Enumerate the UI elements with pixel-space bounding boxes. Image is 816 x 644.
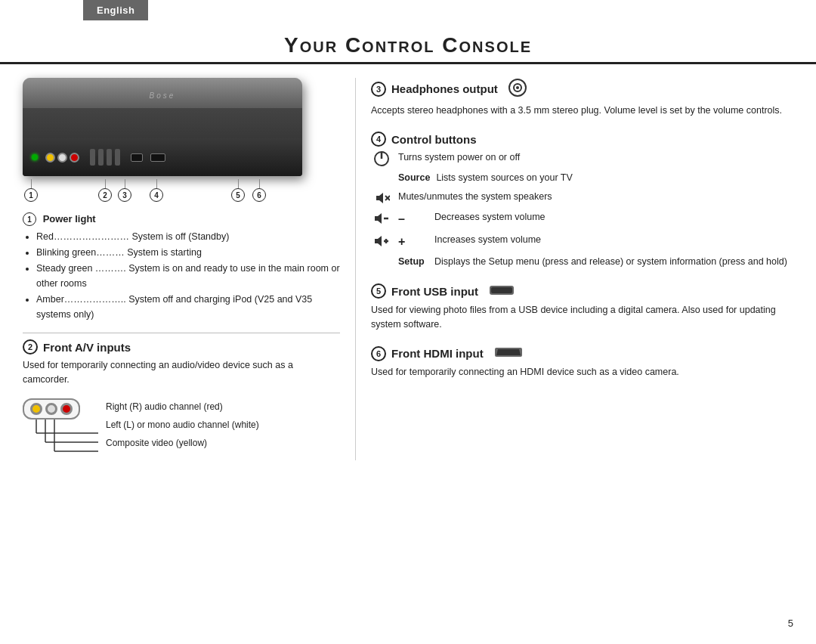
language-tab: English — [83, 0, 148, 20]
callout-4: 4 — [150, 188, 163, 202]
vol-up-icon — [371, 233, 392, 249]
power-icon — [371, 150, 392, 167]
section3-heading: 3 Headphones output — [371, 78, 793, 100]
power-item-blink: Blinking green……… System is starting — [36, 245, 340, 260]
section4-heading: 4 Control buttons — [371, 132, 793, 147]
control-row-mute: Mutes/unmutes the system speakers — [371, 190, 793, 206]
av-connector-lines — [30, 420, 106, 457]
svg-marker-16 — [375, 236, 382, 246]
callout-1: 1 — [24, 188, 38, 202]
power-item-red: Red…………………… System is off (Standby) — [36, 229, 340, 244]
page-title: Your Control Console — [0, 33, 816, 57]
section-front-av: 2 Front A/V inputs Used for temporarily … — [23, 339, 340, 457]
usb-port-icon — [490, 283, 514, 299]
section-hdmi: 6 Front HDMI input Used for temporarily … — [371, 345, 793, 379]
section2-body: Used for temporarily connecting an audio… — [23, 358, 340, 388]
av-label-red: Right (R) audio channel (red) — [106, 401, 259, 412]
control-row-setup: Setup Displays the Setup menu (press and… — [371, 255, 793, 269]
svg-rect-20 — [491, 287, 512, 293]
control-row-vol-down: – Decreases system volume — [371, 210, 793, 229]
av-diagram: Right (R) audio channel (red) Left (L) o… — [23, 398, 340, 457]
power-light-section: 1 Power light Red…………………… System is off … — [23, 212, 340, 322]
section-headphones: 3 Headphones output Accepts stereo headp… — [371, 78, 793, 118]
svg-marker-22 — [496, 349, 521, 355]
control-row-power: Turns system power on or off — [371, 150, 793, 167]
section-usb: 5 Front USB input Used for viewing photo… — [371, 283, 793, 333]
callout-6: 6 — [252, 188, 266, 202]
left-column: Bose — [23, 78, 340, 460]
section3-num: 3 — [371, 82, 386, 97]
main-content: Bose — [0, 64, 816, 475]
headphones-icon — [508, 78, 527, 100]
callout-3: 3 — [118, 188, 131, 202]
power-item-steady: Steady green ………. System is on and ready… — [36, 261, 340, 291]
vol-down-label: – — [398, 210, 428, 229]
vol-up-label: + — [398, 233, 428, 252]
av-label-yellow: Composite video (yellow) — [106, 438, 259, 448]
section2-heading: 2 Front A/V inputs — [23, 339, 340, 355]
section6-heading: 6 Front HDMI input — [371, 345, 793, 361]
control-desc-source: Lists system sources on your TV — [436, 171, 793, 185]
section3-body: Accepts stereo headphones with a 3.5 mm … — [371, 104, 793, 118]
control-row-vol-up: + Increases system volume — [371, 233, 793, 252]
power-label: 1 Power light — [23, 212, 340, 226]
control-row-source: Source Lists system sources on your TV — [371, 171, 793, 185]
mute-icon — [371, 190, 392, 206]
section5-num: 5 — [371, 283, 386, 299]
hdmi-port-icon — [495, 345, 522, 361]
device-image: Bose — [23, 78, 340, 203]
control-desc-power: Turns system power on or off — [398, 150, 793, 165]
power-item-amber: Amber……………….. System off and charging iP… — [36, 292, 340, 322]
control-desc-setup: Displays the Setup menu (press and relea… — [434, 255, 793, 269]
av-rca-white — [45, 403, 57, 415]
section5-body: Used for viewing photo files from a USB … — [371, 303, 793, 333]
page-title-bar: Your Control Console — [0, 33, 816, 64]
av-rca-red — [60, 403, 73, 415]
section5-heading: 5 Front USB input — [371, 283, 793, 299]
svg-marker-11 — [376, 193, 383, 203]
setup-label: Setup — [398, 255, 428, 269]
source-label: Source — [398, 171, 430, 185]
svg-point-8 — [516, 86, 519, 89]
control-desc-vol-down: Decreases system volume — [434, 210, 793, 224]
vol-down-icon — [371, 210, 392, 227]
callout-5: 5 — [231, 188, 245, 202]
section6-num: 6 — [371, 346, 386, 361]
svg-marker-14 — [375, 213, 382, 224]
control-table: Turns system power on or off Source List… — [371, 150, 793, 269]
av-label-white: Left (L) or mono audio channel (white) — [106, 420, 259, 430]
section-control-buttons: 4 Control buttons Turns system power on … — [371, 132, 793, 269]
right-column: 3 Headphones output Accepts stereo headp… — [355, 78, 793, 460]
power-list: Red…………………… System is off (Standby) Blin… — [23, 229, 340, 322]
control-desc-vol-up: Increases system volume — [434, 233, 793, 247]
control-desc-mute: Mutes/unmutes the system speakers — [398, 190, 793, 204]
section2-num: 2 — [23, 339, 38, 355]
page-number: 5 — [788, 618, 793, 629]
section4-num: 4 — [371, 132, 386, 147]
callout-2: 2 — [98, 188, 112, 202]
av-rca-yellow — [30, 403, 42, 415]
section6-body: Used for temporarily connecting an HDMI … — [371, 365, 793, 379]
